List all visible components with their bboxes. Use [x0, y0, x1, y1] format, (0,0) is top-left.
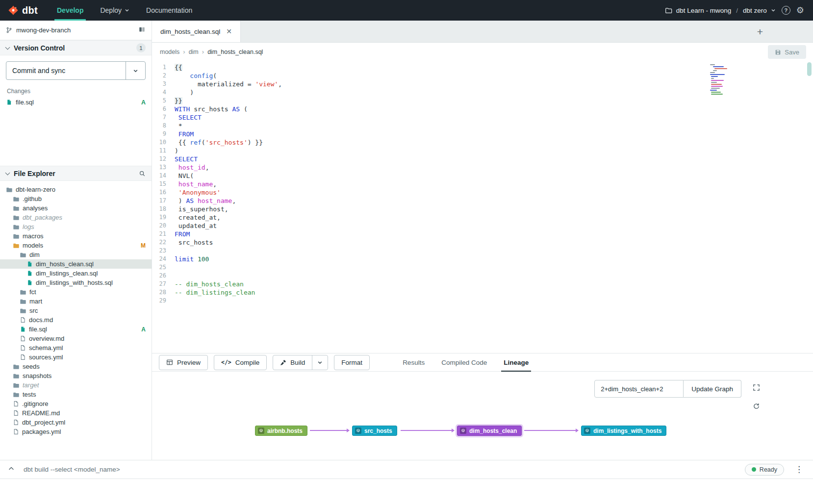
- commit-and-sync-button[interactable]: Commit and sync: [6, 62, 126, 79]
- file-icon: [13, 401, 19, 407]
- tree-item-dbt-learn-zero[interactable]: dbt-learn-zero: [0, 185, 152, 194]
- line-number: 14: [152, 172, 175, 180]
- save-button[interactable]: Save: [768, 45, 806, 59]
- tab-lineage[interactable]: Lineage: [495, 353, 537, 371]
- build-button[interactable]: Build: [273, 355, 312, 370]
- file-icon: [20, 345, 26, 351]
- search-icon[interactable]: [139, 170, 146, 177]
- close-icon[interactable]: ✕: [226, 27, 232, 35]
- line-number: 26: [152, 272, 175, 280]
- tree-item-.gitignore[interactable]: .gitignore: [0, 399, 152, 408]
- breadcrumb-file[interactable]: dim_hosts_clean.sql: [207, 49, 263, 55]
- tree-item-label: dbt-learn-zero: [16, 186, 55, 193]
- tree-item-dim[interactable]: dim: [0, 250, 152, 259]
- changes-label: Changes: [0, 86, 152, 98]
- tree-item-README.md[interactable]: README.md: [0, 408, 152, 418]
- tree-item-dim_listings_clean.sql[interactable]: dim_listings_clean.sql: [0, 269, 152, 278]
- changed-file-row[interactable]: file.sql A: [0, 98, 152, 107]
- folder-icon: [13, 363, 20, 370]
- tree-item-file.sql[interactable]: file.sqlA: [0, 325, 152, 334]
- tree-item-logs[interactable]: logs: [0, 222, 152, 231]
- commit-and-sync-split-button: Commit and sync: [6, 61, 146, 80]
- editor-scrollbar[interactable]: [807, 62, 812, 76]
- folder-icon: [13, 214, 20, 221]
- tree-item-overview.md[interactable]: overview.md: [0, 334, 152, 343]
- lineage-node-src_hosts[interactable]: src_hosts: [352, 426, 397, 436]
- kebab-menu-icon[interactable]: ⋮: [793, 464, 805, 475]
- line-number: 5: [152, 97, 175, 105]
- dbt-logo[interactable]: dbt: [0, 0, 49, 21]
- code-editor[interactable]: 1{{2 config(3 materialized = 'view',4 )5…: [152, 61, 813, 353]
- tree-item-fct[interactable]: fct: [0, 287, 152, 297]
- tree-item-snapshots[interactable]: snapshots: [0, 371, 152, 380]
- compile-button[interactable]: </> Compile: [214, 355, 267, 370]
- line-number: 23: [152, 247, 175, 255]
- nav-deploy[interactable]: Deploy: [92, 0, 138, 21]
- commit-options-chevron[interactable]: [126, 62, 145, 79]
- tree-item-target[interactable]: target: [0, 380, 152, 390]
- tree-item-schema.yml[interactable]: schema.yml: [0, 343, 152, 353]
- collapse-chevron-up-icon[interactable]: [8, 465, 15, 474]
- line-number: 8: [152, 122, 175, 130]
- dbt-logo-text: dbt: [22, 5, 38, 16]
- tree-item-macros[interactable]: macros: [0, 231, 152, 241]
- chevron-down-icon: [125, 8, 129, 13]
- tree-item-analyses[interactable]: analyses: [0, 203, 152, 213]
- help-icon[interactable]: ?: [782, 6, 790, 15]
- tree-item-label: dim_listings_clean.sql: [36, 270, 98, 277]
- version-control-header[interactable]: Version Control 1: [0, 40, 152, 55]
- lineage-node-dim_listings_with_hosts[interactable]: dim_listings_with_hosts: [581, 426, 666, 436]
- tree-item-label: schema.yml: [29, 344, 63, 352]
- tree-item-label: seeds: [23, 363, 40, 370]
- tree-item-mart[interactable]: mart: [0, 297, 152, 306]
- command-input[interactable]: dbt build --select <model_name>: [24, 466, 120, 473]
- tree-item-label: snapshots: [23, 372, 51, 379]
- tree-item-dbt_project.yml[interactable]: dbt_project.yml: [0, 418, 152, 427]
- settings-gear-icon[interactable]: ⚙: [796, 6, 804, 15]
- save-icon: [775, 49, 781, 55]
- tree-item-docs.md[interactable]: docs.md: [0, 315, 152, 325]
- top-navigation-bar: dbt Develop Deploy Documentation dbt Lea…: [0, 0, 813, 21]
- nav-documentation[interactable]: Documentation: [138, 0, 201, 21]
- git-branch-indicator[interactable]: mwong-dev-branch: [0, 21, 152, 40]
- tab-compiled-code[interactable]: Compiled Code: [433, 353, 495, 371]
- split-panels-icon[interactable]: [138, 26, 146, 34]
- tree-item-.github[interactable]: .github: [0, 194, 152, 203]
- format-button[interactable]: Format: [334, 355, 370, 370]
- tree-item-src[interactable]: src: [0, 306, 152, 315]
- tree-item-dim_hosts_clean.sql[interactable]: dim_hosts_clean.sql: [0, 259, 152, 269]
- tree-item-packages.yml[interactable]: packages.yml: [0, 427, 152, 436]
- tree-item-sources.yml[interactable]: sources.yml: [0, 353, 152, 362]
- breadcrumb-dim[interactable]: dim: [189, 49, 199, 55]
- new-tab-button[interactable]: +: [757, 26, 763, 37]
- code-line-16: 16 'Anonymous': [152, 188, 813, 197]
- lineage-node-dim_hosts_clean[interactable]: dim_hosts_clean: [457, 426, 522, 436]
- tree-item-label: macros: [23, 232, 44, 240]
- preview-button[interactable]: Preview: [159, 355, 208, 370]
- build-options-chevron[interactable]: [312, 355, 328, 370]
- git-status-badge: A: [141, 326, 146, 333]
- tree-item-tests[interactable]: tests: [0, 390, 152, 399]
- editor-tab[interactable]: dim_hosts_clean.sql ✕: [152, 21, 241, 42]
- lineage-edge: [310, 430, 349, 431]
- file-explorer-header[interactable]: File Explorer: [0, 166, 152, 181]
- chevron-right-icon: ›: [202, 48, 204, 55]
- account-switcher[interactable]: dbt Learn - mwong / dbt zero: [665, 7, 776, 14]
- tree-item-seeds[interactable]: seeds: [0, 362, 152, 371]
- nav-develop[interactable]: Develop: [49, 0, 92, 21]
- line-number: 16: [152, 188, 175, 197]
- tree-item-dim_listings_with_hosts.sql[interactable]: dim_listings_with_hosts.sql: [0, 278, 152, 287]
- lineage-node-airbnb.hosts[interactable]: airbnb.hosts: [255, 426, 307, 436]
- chevron-down-icon: [317, 360, 323, 365]
- tree-item-dbt_packages[interactable]: dbt_packages: [0, 213, 152, 222]
- bottom-panel-toolbar: Preview </> Compile Build Format Results: [152, 353, 813, 372]
- lineage-panel: Update Graph airbnb.hostssrc_hostsdim_ho…: [152, 372, 813, 460]
- tree-item-label: fct: [29, 288, 36, 296]
- lineage-node-label: src_hosts: [364, 428, 392, 434]
- line-number: 7: [152, 113, 175, 122]
- model-file-icon: [26, 261, 33, 267]
- editor-tab-bar: dim_hosts_clean.sql ✕ +: [152, 21, 813, 43]
- tree-item-models[interactable]: modelsM: [0, 241, 152, 250]
- breadcrumb-models[interactable]: models: [160, 49, 179, 55]
- tab-results[interactable]: Results: [394, 353, 433, 371]
